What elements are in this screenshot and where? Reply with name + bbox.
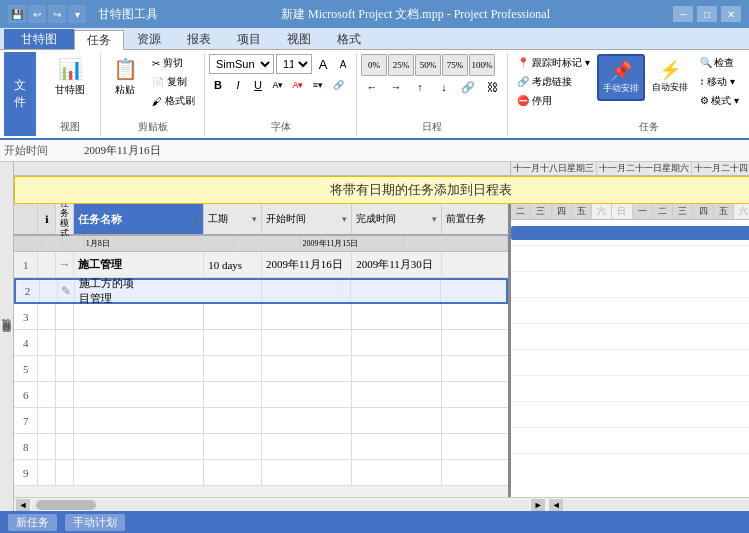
deactivate-btn[interactable]: ⛔ 停用 <box>512 92 595 110</box>
row9-start <box>262 460 352 485</box>
tab-project[interactable]: 项目 <box>224 29 274 49</box>
row1-name[interactable]: 施工管理 <box>74 252 204 277</box>
tab-format[interactable]: 格式 <box>324 29 374 49</box>
italic-btn[interactable]: I <box>229 76 247 94</box>
pct25-btn[interactable]: 25% <box>388 54 414 76</box>
mode-btn[interactable]: ⚙ 模式 ▾ <box>695 92 745 110</box>
duration-filter-arrow[interactable]: ▾ <box>252 214 257 224</box>
font-color-btn[interactable]: A▾ <box>289 76 307 94</box>
row5-duration <box>204 356 262 381</box>
paste-icon: 📋 <box>113 57 138 81</box>
pct50-btn[interactable]: 50% <box>415 54 441 76</box>
row2-name[interactable]: 施工方的项 目管理 <box>75 280 204 302</box>
scroll-left-btn[interactable]: ◄ <box>16 499 30 511</box>
file-tab[interactable]: 文件 <box>4 52 36 136</box>
gantt-btn[interactable]: 📊 甘特图 <box>48 54 92 100</box>
respect-links-btn[interactable]: 🔗 考虑链接 <box>512 73 595 91</box>
bold-btn[interactable]: B <box>209 76 227 94</box>
ribbon-group-schedule: 0% 25% 50% 75% 100% ← → ↑ ↓ 🔗 ⛓ 日程 <box>357 52 508 136</box>
row5-start <box>262 356 352 381</box>
dropdown-btn[interactable]: ▾ <box>68 5 86 23</box>
font-size-select[interactable]: 11 <box>276 54 312 74</box>
cut-btn[interactable]: ✂ 剪切 <box>147 54 200 72</box>
up-btn[interactable]: ↑ <box>409 78 431 96</box>
row2-name-text: 施工方的项 <box>79 276 134 291</box>
task-row-3[interactable]: 3 <box>14 304 508 330</box>
indent-btn[interactable]: ← <box>361 78 383 96</box>
task-row-2[interactable]: 2 ✎ 施工方的项 目管理 <box>14 278 508 304</box>
pct0-btn[interactable]: 0% <box>361 54 387 76</box>
link-task-btn[interactable]: 🔗 <box>457 78 479 96</box>
underline-btn[interactable]: U <box>249 76 267 94</box>
grid-body: ℹ 任务模式 任务名称 ▾ 工期 ▾ 开始时间 ▾ <box>14 204 749 497</box>
task-row-4[interactable]: 4 <box>14 330 508 356</box>
row4-pred <box>442 330 508 355</box>
close-btn[interactable]: ✕ <box>721 6 741 22</box>
redo-btn[interactable]: ↪ <box>48 5 66 23</box>
save-btn[interactable]: 💾 <box>8 5 26 23</box>
sub-duration <box>234 236 300 251</box>
font-row1: SimSun 11 A A <box>209 54 352 74</box>
name-filter-arrow[interactable]: ▾ <box>194 214 199 224</box>
paste-btn[interactable]: 📋 粘贴 <box>105 54 145 100</box>
scroll-right-btn[interactable]: ► <box>531 499 545 511</box>
task-row-7[interactable]: 7 <box>14 408 508 434</box>
manual-schedule-btn[interactable]: 📌 手动安排 <box>597 54 645 101</box>
gantt-row-2 <box>511 246 749 272</box>
task-row-1[interactable]: 1 → 施工管理 10 days 2009年11月16日 2009年11月30日 <box>14 252 508 278</box>
font-shrink-btn[interactable]: A <box>334 55 352 73</box>
bg-color-btn[interactable]: A▾ <box>269 76 287 94</box>
link-btn[interactable]: 🔗 <box>329 76 347 94</box>
row4-mode <box>56 330 74 355</box>
h-scrollbar[interactable]: ◄ ► ◄ ► <box>14 497 749 511</box>
manual-icon: 📌 <box>610 60 632 82</box>
tab-resource[interactable]: 资源 <box>124 29 174 49</box>
track-btns: 📍 跟踪时标记 ▾ 🔗 考虑链接 ⛔ 停用 <box>512 54 595 110</box>
maximize-btn[interactable]: □ <box>697 6 717 22</box>
gantt-icon: 📊 <box>58 57 83 81</box>
row8-mode <box>56 434 74 459</box>
font-grow-btn[interactable]: A <box>314 55 332 73</box>
minimize-btn[interactable]: ─ <box>673 6 693 22</box>
align-btn[interactable]: ≡▾ <box>309 76 327 94</box>
down-btn[interactable]: ↓ <box>433 78 455 96</box>
tab-view[interactable]: 视图 <box>274 29 324 49</box>
finish-filter-arrow[interactable]: ▾ <box>432 214 437 224</box>
move-btn[interactable]: ↕ 移动 ▾ <box>695 73 745 91</box>
row7-duration <box>204 408 262 433</box>
scroll-thumb-h[interactable] <box>36 500 96 510</box>
undo-btn[interactable]: ↩ <box>28 5 46 23</box>
task-row-9[interactable]: 9 <box>14 460 508 486</box>
main-area: 视图 甘特图 十一月十八日星期三 十一月二十一日星期六 十一月二十四日星期二 十… <box>0 162 749 511</box>
start-filter-arrow[interactable]: ▾ <box>342 214 347 224</box>
ribbon-group-clipboard: 📋 粘贴 ✂ 剪切 📄 复制 🖌 格式刷 剪贴板 <box>101 52 205 136</box>
pct75-btn[interactable]: 75% <box>442 54 468 76</box>
format-paint-btn[interactable]: 🖌 格式刷 <box>147 92 200 110</box>
gantt-row-1 <box>511 220 749 246</box>
pct100-btn[interactable]: 100% <box>469 54 495 76</box>
status-tab-manual[interactable]: 手动计划 <box>65 514 125 531</box>
left-labels: 视图 甘特图 <box>0 162 14 511</box>
outdent-btn[interactable]: → <box>385 78 407 96</box>
inspect-btn[interactable]: 🔍 检查 <box>695 54 745 72</box>
row2-start <box>262 280 351 302</box>
task-row-6[interactable]: 6 <box>14 382 508 408</box>
task-row-5[interactable]: 5 <box>14 356 508 382</box>
tab-report[interactable]: 报表 <box>174 29 224 49</box>
track-mark-btn[interactable]: 📍 跟踪时标记 ▾ <box>512 54 595 72</box>
tool-context: 甘特图工具 <box>98 6 158 23</box>
tab-task[interactable]: 任务 <box>74 30 124 50</box>
tab-gantt[interactable]: 甘特图 <box>4 29 74 49</box>
unlink-btn[interactable]: ⛓ <box>481 78 503 96</box>
sub-finish <box>404 236 508 251</box>
row9-pred <box>442 460 508 485</box>
row4-start <box>262 330 352 355</box>
status-tab-new-task[interactable]: 新任务 <box>8 514 57 531</box>
sub-name: 1月8日 <box>84 236 235 251</box>
task-row-8[interactable]: 8 <box>14 434 508 460</box>
auto-schedule-btn[interactable]: ⚡ 自动安排 <box>647 54 693 99</box>
font-name-select[interactable]: SimSun <box>209 54 274 74</box>
gantt-scroll-left[interactable]: ◄ <box>549 499 563 511</box>
copy-btn[interactable]: 📄 复制 <box>147 73 200 91</box>
col-start-label: 开始时间 <box>266 212 306 226</box>
